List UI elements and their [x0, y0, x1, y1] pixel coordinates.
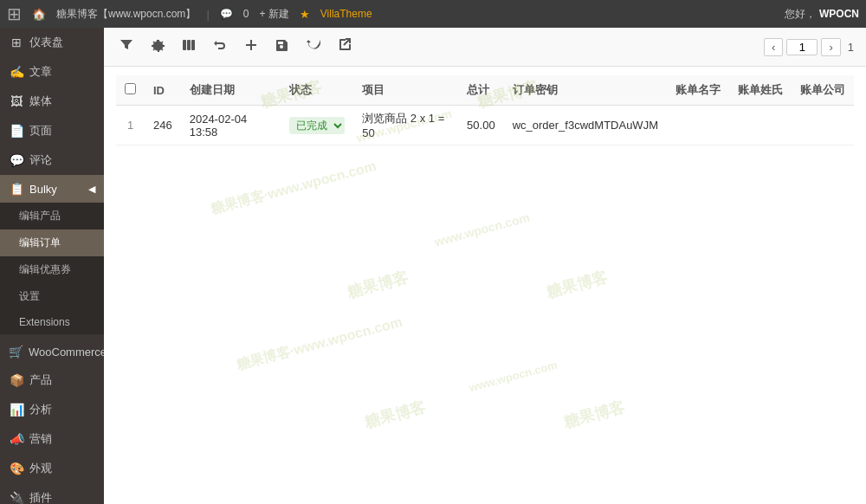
sidebar-item-products[interactable]: 📦 产品	[0, 365, 104, 395]
status-select[interactable]: 已完成 处理中 待付款 已取消	[289, 117, 345, 134]
site-name[interactable]: 糖果博客【www.wpocn.com】	[56, 7, 196, 22]
dashboard-icon: ⊞	[9, 36, 24, 49]
svg-rect-0	[183, 40, 186, 50]
media-icon: 🖼	[9, 94, 24, 108]
col-checkbox	[116, 75, 145, 106]
page-number-input[interactable]	[786, 39, 818, 55]
columns-icon[interactable]	[178, 36, 199, 57]
cell-id: 246	[145, 106, 181, 145]
sidebar-label-comments: 评论	[29, 152, 52, 168]
filter-icon[interactable]	[116, 36, 137, 57]
sidebar-label-marketing: 营销	[29, 431, 52, 447]
sidebar-item-bulky[interactable]: 📋 Bulky ◀	[0, 175, 104, 203]
cell-total: 50.00	[458, 106, 504, 145]
analytics-icon: 📊	[9, 403, 24, 417]
col-date: 创建日期	[181, 75, 281, 106]
new-button[interactable]: + 新建	[259, 7, 288, 22]
sidebar-item-comments[interactable]: 💬 评论	[0, 145, 104, 175]
sidebar-item-woocommerce[interactable]: 🛒 WooCommerce	[0, 338, 104, 365]
woocommerce-icon: 🛒	[9, 345, 23, 359]
svg-rect-1	[187, 40, 191, 50]
submenu-settings[interactable]: 设置	[0, 283, 104, 310]
row-num: 1	[116, 106, 145, 145]
cell-billing-last	[729, 106, 792, 145]
col-billing-company: 账单公司	[792, 75, 854, 106]
select-all-checkbox[interactable]	[125, 83, 136, 94]
bulky-icon: 📋	[9, 182, 24, 196]
col-items: 项目	[353, 75, 458, 106]
watermark-4: 糖果博客·www.wpocn.com	[209, 158, 378, 219]
comment-count: 0	[243, 8, 249, 20]
cell-order-key: wc_order_f3cwdMTDAuWJM	[504, 106, 667, 145]
greet-user: WPOCN	[819, 8, 859, 20]
col-total: 总计	[458, 75, 504, 106]
toolbar: ‹ › 1	[104, 28, 866, 67]
external-link-icon[interactable]	[334, 36, 355, 57]
sidebar: ⊞ 仪表盘 ✍ 文章 🖼 媒体 📄 页面 💬 评论 📋 Bulky ◀ 编辑产品…	[0, 28, 104, 504]
cell-date: 2024-02-04 13:58	[181, 106, 281, 145]
prev-page-button[interactable]: ‹	[764, 38, 783, 56]
watermark-7: 糖果博客	[544, 267, 610, 303]
greet-text: 您好，	[785, 7, 816, 22]
cell-status[interactable]: 已完成 处理中 待付款 已取消	[281, 106, 353, 145]
wp-logo-icon[interactable]: ⊞	[7, 3, 22, 24]
col-billing-last: 账单姓氏	[729, 75, 792, 106]
sidebar-item-analytics[interactable]: 📊 分析	[0, 395, 104, 424]
cell-items: 浏览商品 2 x 1 = 50	[353, 106, 458, 145]
sidebar-label-dashboard: 仪表盘	[29, 35, 63, 50]
sidebar-label-plugins: 插件	[29, 490, 52, 504]
sidebar-label-pages: 页面	[29, 123, 52, 139]
page-total: 1	[848, 41, 854, 54]
bulky-submenu: 编辑产品 编辑订单 编辑优惠券 设置 Extensions	[0, 203, 104, 334]
cell-billing-company	[792, 106, 854, 145]
undo-icon[interactable]	[210, 36, 230, 57]
site-home-icon: 🏠	[32, 8, 46, 21]
sidebar-label-bulky: Bulky	[29, 183, 57, 196]
save-icon[interactable]	[272, 36, 293, 57]
sidebar-item-dashboard[interactable]: ⊞ 仪表盘	[0, 28, 104, 57]
table-body: 1 246 2024-02-04 13:58 已完成 处理中 待付款 已取消 浏…	[116, 106, 854, 145]
watermark-8: 糖果博客·www.wpocn.com	[235, 313, 404, 375]
sidebar-item-pages[interactable]: 📄 页面	[0, 116, 104, 145]
products-icon: 📦	[9, 373, 24, 387]
svg-rect-2	[191, 40, 195, 50]
villa-theme-link[interactable]: VillaTheme	[320, 8, 372, 20]
main-content: ‹ › 1 ID 创建日期 状态 项目 总计 订单密钥 账单名字	[104, 28, 866, 504]
appearance-icon: 🎨	[9, 462, 24, 475]
sidebar-item-media[interactable]: 🖼 媒体	[0, 87, 104, 116]
comment-icon[interactable]: 💬	[220, 8, 233, 20]
submenu-edit-coupons[interactable]: 编辑优惠券	[0, 256, 104, 283]
watermark-5: www.wpocn.com	[433, 210, 531, 249]
adminbar-sep: |	[206, 8, 209, 21]
submenu-extensions[interactable]: Extensions	[0, 310, 104, 334]
sidebar-item-posts[interactable]: ✍ 文章	[0, 57, 104, 87]
refresh-icon[interactable]	[303, 36, 324, 57]
sidebar-label-media: 媒体	[29, 94, 52, 109]
sidebar-label-posts: 文章	[29, 64, 52, 80]
posts-icon: ✍	[9, 65, 24, 79]
sidebar-item-appearance[interactable]: 🎨 外观	[0, 454, 104, 483]
bulky-collapse-icon: ◀	[88, 184, 95, 195]
admin-bar: ⊞ 🏠 糖果博客【www.wpocn.com】 | 💬 0 + 新建 ★ Vil…	[0, 0, 866, 28]
orders-table: ID 创建日期 状态 项目 总计 订单密钥 账单名字 账单姓氏 账单公司 1 2…	[116, 75, 854, 145]
col-status: 状态	[281, 75, 353, 106]
table-row: 1 246 2024-02-04 13:58 已完成 处理中 待付款 已取消 浏…	[116, 106, 854, 145]
watermark-9: www.wpocn.com	[468, 359, 559, 395]
gear-icon[interactable]	[147, 36, 168, 57]
marketing-icon: 📣	[9, 432, 24, 446]
submenu-edit-products[interactable]: 编辑产品	[0, 203, 104, 229]
col-order-key: 订单密钥	[504, 75, 667, 106]
submenu-edit-orders[interactable]: 编辑订单	[0, 229, 104, 256]
watermark-11: 糖果博客	[561, 397, 627, 433]
star-icon: ★	[300, 8, 310, 21]
sidebar-label-woocommerce: WooCommerce	[29, 346, 104, 359]
sidebar-item-plugins[interactable]: 🔌 插件	[0, 483, 104, 504]
add-icon[interactable]	[241, 36, 262, 57]
sidebar-label-products: 产品	[29, 372, 52, 388]
next-page-button[interactable]: ›	[821, 38, 840, 56]
col-billing-first: 账单名字	[667, 75, 729, 106]
pagination: ‹ › 1	[764, 38, 854, 56]
sidebar-item-marketing[interactable]: 📣 营销	[0, 424, 104, 454]
pages-icon: 📄	[9, 124, 24, 138]
content-area: ID 创建日期 状态 项目 总计 订单密钥 账单名字 账单姓氏 账单公司 1 2…	[104, 67, 866, 504]
